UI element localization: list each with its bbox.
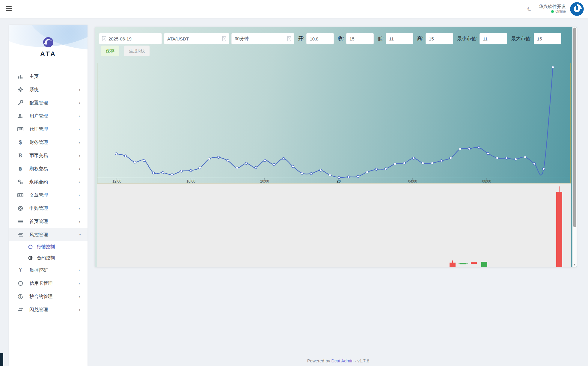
footer-version: v1.7.8 — [358, 359, 370, 363]
adjust-icon — [28, 256, 33, 260]
chevron-left-icon: ‹ — [79, 153, 80, 158]
scrollbar-down-arrow[interactable]: ▾ — [572, 263, 577, 266]
chevron-left-icon: ‹ — [79, 267, 80, 272]
id-card-icon — [17, 126, 23, 132]
sidebar-subitem-market-control[interactable]: 行情控制 — [9, 241, 88, 252]
user-gear-icon — [17, 113, 23, 119]
dropdown-icon — [287, 36, 291, 41]
sidebar-item-config[interactable]: 配置管理 ‹ — [9, 96, 88, 109]
sidebar: ATA 主页 系统 ‹ 配置管理 ‹ 用户管理 ‹ 代理管理 ‹ $ 财务管理 … — [9, 25, 88, 366]
candle-wick — [559, 186, 560, 192]
dropdown-icon — [222, 36, 226, 41]
user-avatar-power-logo[interactable] — [570, 2, 584, 16]
company-name: 华兴软件开发 — [539, 4, 566, 10]
date-field[interactable] — [99, 33, 162, 44]
content-scrollbar: ▾ — [572, 27, 577, 267]
sidebar-menu: 主页 系统 ‹ 配置管理 ‹ 用户管理 ‹ 代理管理 ‹ $ 财务管理 ‹ B … — [9, 70, 88, 316]
sidebar-item-spot-trade[interactable]: B 币币交易 ‹ — [9, 149, 88, 162]
brand[interactable]: ATA — [9, 37, 88, 58]
interval-input[interactable] — [232, 33, 294, 44]
sidebar-item-flash-exchange[interactable]: 闪兑管理 ‹ — [9, 303, 88, 316]
date-input[interactable] — [106, 33, 162, 44]
max-cap-input[interactable] — [534, 33, 561, 44]
candle-wick — [452, 260, 453, 263]
sidebar-item-credit-card[interactable]: 信用卡管理 ‹ — [9, 277, 88, 290]
sidebar-item-agents[interactable]: 代理管理 ‹ — [9, 123, 88, 136]
hamburger-menu-icon[interactable] — [6, 6, 13, 11]
svg-text:5: 5 — [19, 295, 21, 298]
sidebar-item-staking[interactable]: ¥ 质押挖矿 ‹ — [9, 263, 88, 277]
sidebar-item-home[interactable]: 主页 — [9, 70, 88, 83]
online-status-label: Online — [555, 9, 566, 14]
generate-kline-button[interactable]: 生成K线 — [124, 46, 150, 56]
collapsed-dark-sidebar-corner — [0, 353, 3, 366]
top-navbar: ☾ 华兴软件开发 Online — [0, 0, 588, 18]
baht-icon: ฿ — [17, 166, 23, 171]
sidebar-item-users[interactable]: 用户管理 ‹ — [9, 109, 88, 123]
gear-icon — [17, 87, 23, 92]
sidebar-item-subscription[interactable]: 申购管理 ‹ — [9, 202, 88, 215]
sidebar-item-homepage[interactable]: 首页管理 ‹ — [9, 215, 88, 228]
open-input[interactable] — [307, 33, 334, 44]
online-status-dot — [551, 10, 554, 13]
brand-name: ATA — [9, 50, 88, 58]
close-field[interactable] — [346, 33, 374, 44]
candle-body — [481, 262, 487, 267]
power-icon — [570, 2, 584, 16]
sidebar-item-risk-control[interactable]: 风控管理 ‹ — [9, 228, 88, 241]
scrollbar-thumb[interactable] — [573, 28, 576, 227]
bold-b-icon: B — [17, 153, 23, 158]
max-cap-field[interactable] — [534, 33, 561, 44]
open-label: 开: — [298, 36, 304, 42]
high-input[interactable] — [426, 33, 453, 44]
market-control-panel: 开: 收: 低: 高: 最小市值: 最大市值: 保存 生成K线 12:0016:… — [95, 27, 577, 267]
chevron-left-icon: ‹ — [79, 307, 80, 312]
ata-logo-icon — [43, 37, 54, 48]
dark-mode-toggle-moon-icon[interactable]: ☾ — [526, 5, 533, 13]
min-cap-input[interactable] — [480, 33, 507, 44]
chevron-left-icon: ‹ — [79, 206, 80, 211]
close-input[interactable] — [346, 33, 373, 44]
sidebar-item-articles[interactable]: 文章管理 ‹ — [9, 189, 88, 202]
pair-input[interactable] — [164, 33, 229, 44]
sidebar-subitem-contract-control[interactable]: 合约控制 — [9, 252, 88, 263]
exchange-icon — [17, 307, 23, 312]
risk-control-submenu: 行情控制 合约控制 — [9, 241, 88, 263]
svg-text:08:00: 08:00 — [482, 179, 491, 183]
sidebar-item-system[interactable]: 系统 ‹ — [9, 83, 88, 96]
chevron-down-icon: ‹ — [77, 234, 82, 235]
chevron-left-icon: ‹ — [79, 140, 80, 145]
save-button[interactable]: 保存 — [101, 46, 119, 56]
svg-text:20: 20 — [337, 179, 341, 183]
circle-outline-icon — [28, 245, 33, 249]
stream-icon — [17, 232, 23, 237]
pair-select[interactable] — [164, 33, 229, 44]
candle-body — [450, 263, 456, 267]
low-field[interactable] — [386, 33, 413, 44]
chevron-left-icon: ‹ — [79, 113, 80, 118]
sidebar-item-perpetual[interactable]: 永续合约 ‹ — [9, 175, 88, 189]
candle-body — [556, 192, 562, 267]
user-info[interactable]: 华兴软件开发 Online — [539, 4, 566, 14]
low-input[interactable] — [386, 33, 413, 44]
open-field[interactable] — [306, 33, 334, 44]
doji-line — [459, 263, 468, 264]
interval-select[interactable] — [231, 33, 294, 44]
bars-icon — [17, 219, 23, 224]
sidebar-item-finance[interactable]: $ 财务管理 ‹ — [9, 136, 88, 149]
high-field[interactable] — [426, 33, 453, 44]
dcat-admin-link[interactable]: Dcat Admin — [331, 359, 354, 363]
circle-icon — [17, 281, 23, 286]
price-line-chart: 12:0016:0020:002004:0008:00 — [97, 63, 571, 183]
chevron-left-icon: ‹ — [79, 87, 80, 92]
calendar-icon — [102, 36, 106, 41]
svg-text:12:00: 12:00 — [112, 179, 121, 183]
footer-powered-by: Powered by — [307, 359, 330, 363]
life-ring-icon — [17, 206, 23, 211]
min-cap-field[interactable] — [480, 33, 507, 44]
max-cap-label: 最大市值: — [511, 36, 531, 42]
chart-bar-icon — [17, 74, 23, 79]
sidebar-item-options-trade[interactable]: ฿ 期权交易 ‹ — [9, 162, 88, 175]
sidebar-item-second-contract[interactable]: 5 秒合约管理 ‹ — [9, 290, 88, 303]
yen-icon: ¥ — [17, 267, 23, 273]
